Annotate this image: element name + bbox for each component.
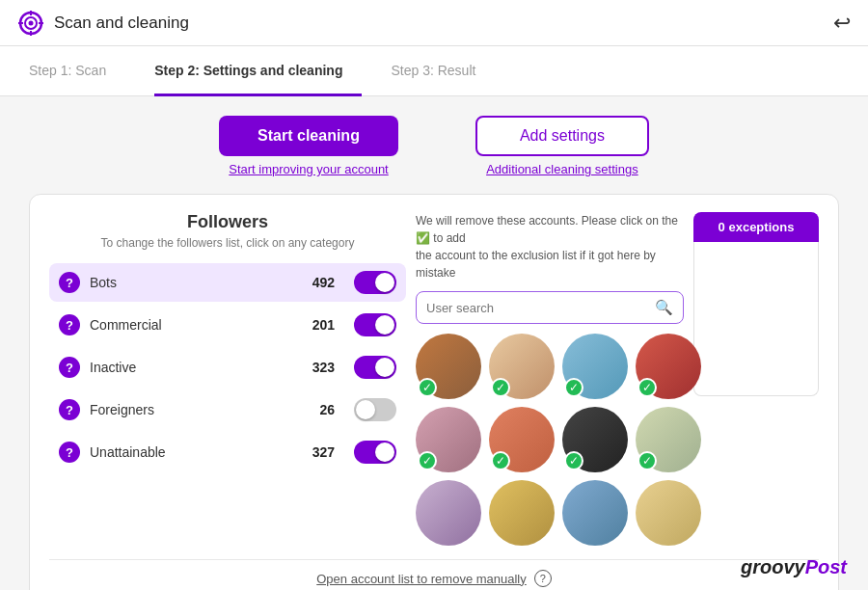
step1-tab[interactable]: Step 1: Scan [29,47,125,96]
main-card: Followers To change the followers list, … [29,194,839,590]
exceptions-body [693,242,819,396]
avatar-8[interactable]: ✓ [636,407,701,472]
header: Scan and cleaning ↩ [0,0,868,46]
check-icon-4: ✓ [637,378,657,397]
help-icon-bots: ? [59,272,80,293]
avatar-grid: ✓ ✓ ✓ ✓ ✓ [416,334,684,546]
avatar-9[interactable] [416,480,481,546]
steps-bar: Step 1: Scan Step 2: Settings and cleani… [0,46,868,96]
category-foreigners[interactable]: ? Foreigners 26 [49,390,406,429]
category-name-commercial: Commercial [90,317,303,333]
header-left: Scan and cleaning [17,10,189,37]
category-count-foreigners: 26 [319,402,335,417]
add-settings-group: Add settings Additional cleaning setting… [475,116,649,176]
check-icon-2: ✓ [491,378,510,397]
open-account-link[interactable]: Open account list to remove manually [316,572,527,586]
action-row: Start cleaning Start improving your acco… [29,116,839,176]
avatar-10[interactable] [489,480,555,546]
category-count-commercial: 201 [312,317,335,333]
avatar-5[interactable]: ✓ [416,407,481,472]
toggle-inactive[interactable] [354,356,396,379]
step3-tab[interactable]: Step 3: Result [391,47,495,96]
add-settings-subtitle[interactable]: Additional cleaning settings [486,162,638,176]
avatar-11[interactable] [562,480,628,546]
category-bots[interactable]: ? Bots 492 [49,263,406,302]
category-name-bots: Bots [90,275,303,290]
category-inactive[interactable]: ? Inactive 323 [49,348,406,387]
step2-tab[interactable]: Step 2: Settings and cleaning [154,47,362,96]
start-cleaning-group: Start cleaning Start improving your acco… [219,116,398,176]
header-title: Scan and cleaning [54,13,189,33]
avatar-6[interactable]: ✓ [489,407,555,472]
groovy-text: groovy [741,556,805,577]
help-icon-commercial: ? [59,314,80,335]
search-box[interactable]: 🔍 [416,291,684,324]
search-icon: 🔍 [655,299,673,316]
main-content: Start cleaning Start improving your acco… [0,96,868,590]
avatar-7[interactable]: ✓ [562,407,628,472]
check-icon-3: ✓ [564,378,583,397]
toggle-bots[interactable] [354,271,396,294]
exceptions-panel: 0 exceptions [693,212,819,546]
help-icon-foreigners: ? [59,399,80,420]
followers-subtitle: To change the followers list, click on a… [49,236,406,250]
check-icon-1: ✓ [418,378,437,397]
exceptions-header: 0 exceptions [693,212,819,242]
avatar-4[interactable]: ✓ [636,334,701,399]
category-name-inactive: Inactive [90,360,303,375]
start-cleaning-button[interactable]: Start cleaning [219,116,398,156]
help-icon-inactive: ? [59,357,80,378]
target-icon [17,10,44,37]
groovy-post-branding: groovyPost [741,556,847,578]
card-bottom: Open account list to remove manually ? [49,559,819,587]
avatar-3[interactable]: ✓ [562,334,628,399]
category-name-unattainable: Unattainable [90,444,303,460]
avatar-1[interactable]: ✓ [416,334,481,399]
svg-point-2 [29,20,34,25]
toggle-commercial[interactable] [354,313,396,336]
check-icon-8: ✓ [637,451,657,470]
start-cleaning-subtitle[interactable]: Start improving your account [229,162,388,176]
toggle-foreigners[interactable] [354,398,396,421]
avatar-12[interactable] [636,480,701,546]
category-commercial[interactable]: ? Commercial 201 [49,306,406,344]
category-count-unattainable: 327 [312,444,335,460]
help-icon-unattainable: ? [59,442,80,463]
followers-title: Followers [49,212,406,232]
post-text: Post [805,556,847,577]
avatar-2[interactable]: ✓ [489,334,555,399]
card-inner: Followers To change the followers list, … [49,212,819,546]
question-badge[interactable]: ? [534,570,552,587]
category-list: ? Bots 492 ? Commercial 201 ? Inactive [49,263,406,471]
toggle-unattainable[interactable] [354,441,396,464]
category-name-foreigners: Foreigners [90,402,310,417]
middle-description: We will remove these accounts. Please cl… [416,212,684,282]
search-input[interactable] [426,301,655,315]
category-count-inactive: 323 [312,360,335,375]
followers-panel: Followers To change the followers list, … [49,212,406,546]
check-icon-5: ✓ [418,451,437,470]
add-settings-button[interactable]: Add settings [475,116,649,156]
category-count-bots: 492 [312,275,335,290]
category-unattainable[interactable]: ? Unattainable 327 [49,433,406,471]
middle-panel: We will remove these accounts. Please cl… [406,212,693,546]
back-button[interactable]: ↩ [833,11,851,36]
check-icon-6: ✓ [491,451,510,470]
check-icon-7: ✓ [564,451,583,470]
